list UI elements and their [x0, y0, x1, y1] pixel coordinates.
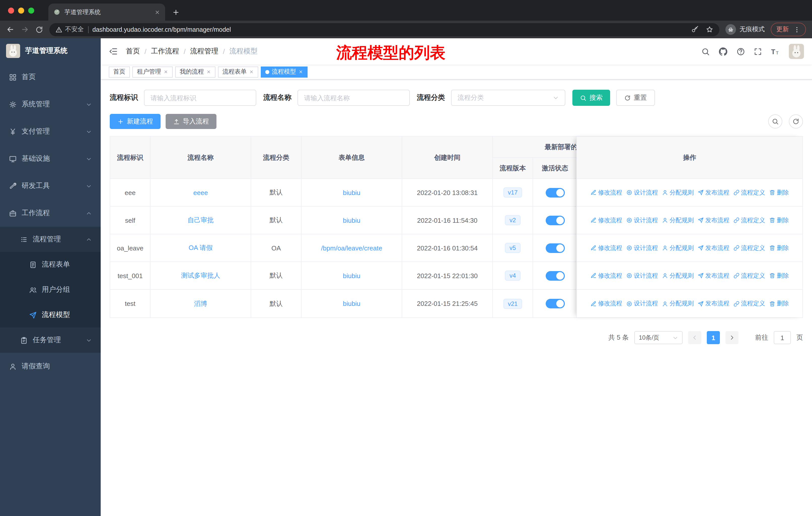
page-1-button[interactable]: 1	[707, 331, 720, 344]
breadcrumb-item[interactable]: 首页	[126, 47, 140, 56]
search-button[interactable]: 搜索	[572, 90, 610, 106]
toggle-search-button[interactable]	[768, 114, 782, 129]
action-流程定义[interactable]: 流程定义	[733, 271, 765, 280]
zoom-window-button[interactable]	[28, 7, 34, 13]
sidebar-item-研发工具[interactable]: 研发工具	[0, 172, 101, 199]
view-tag-流程模型[interactable]: 流程模型	[261, 66, 308, 77]
import-process-button[interactable]: 导入流程	[166, 114, 216, 129]
view-tag-租户管理[interactable]: 租户管理	[133, 66, 173, 77]
sidebar-item-流程表单[interactable]: 流程表单	[0, 252, 101, 277]
browser-tab[interactable]: 芋道管理系统	[48, 3, 165, 21]
process-name-input[interactable]	[297, 90, 410, 106]
form-info-link[interactable]: biubiu	[343, 216, 360, 224]
tab-close-icon[interactable]	[154, 9, 160, 15]
action-修改流程[interactable]: 修改流程	[590, 188, 622, 197]
action-流程定义[interactable]: 流程定义	[733, 188, 765, 197]
active-toggle[interactable]	[546, 299, 564, 308]
action-删除[interactable]: 删除	[769, 188, 789, 197]
goto-page-input[interactable]	[774, 331, 791, 344]
action-分配规则[interactable]: 分配规则	[662, 244, 694, 252]
close-icon[interactable]	[249, 70, 254, 74]
form-info-link[interactable]: biubiu	[343, 272, 360, 279]
category-select[interactable]: 流程分类	[451, 90, 565, 106]
active-toggle[interactable]	[546, 215, 564, 225]
help-icon[interactable]	[736, 47, 745, 56]
security-indicator[interactable]: 不安全	[55, 25, 84, 34]
header-search-icon[interactable]	[701, 47, 710, 56]
action-流程定义[interactable]: 流程定义	[733, 216, 765, 224]
sidebar-item-用户分组[interactable]: 用户分组	[0, 277, 101, 302]
sidebar-item-请假查询[interactable]: 请假查询	[0, 353, 101, 380]
action-修改流程[interactable]: 修改流程	[590, 271, 622, 280]
sidebar-item-支付管理[interactable]: 支付管理	[0, 118, 101, 145]
action-修改流程[interactable]: 修改流程	[590, 299, 622, 308]
action-发布流程[interactable]: 发布流程	[698, 271, 729, 280]
action-删除[interactable]: 删除	[769, 244, 789, 252]
close-icon[interactable]	[164, 70, 168, 74]
sidebar-item-工作流程[interactable]: 工作流程	[0, 199, 101, 227]
process-name-link[interactable]: OA 请假	[188, 243, 212, 252]
action-设计流程[interactable]: 设计流程	[626, 216, 658, 224]
action-发布流程[interactable]: 发布流程	[698, 299, 729, 308]
action-修改流程[interactable]: 修改流程	[590, 244, 622, 252]
bookmark-star-icon[interactable]	[706, 26, 713, 33]
active-toggle[interactable]	[546, 188, 564, 197]
prev-page-button[interactable]	[688, 331, 701, 344]
sidebar-item-系统管理[interactable]: 系统管理	[0, 91, 101, 118]
fullscreen-icon[interactable]	[754, 47, 762, 56]
reset-button[interactable]: 重置	[616, 90, 655, 106]
font-size-icon[interactable]: TT	[771, 47, 780, 56]
action-删除[interactable]: 删除	[769, 216, 789, 224]
update-button[interactable]: 更新	[771, 23, 806, 36]
action-修改流程[interactable]: 修改流程	[590, 216, 622, 224]
active-toggle[interactable]	[546, 271, 564, 280]
breadcrumb-item[interactable]: 工作流程	[151, 47, 179, 56]
process-id-input[interactable]	[144, 90, 256, 106]
action-发布流程[interactable]: 发布流程	[698, 188, 729, 197]
action-设计流程[interactable]: 设计流程	[626, 299, 658, 308]
sidebar-item-任务管理[interactable]: 任务管理	[0, 328, 101, 353]
sidebar-item-首页[interactable]: 首页	[0, 63, 101, 91]
view-tag-流程表单[interactable]: 流程表单	[218, 66, 258, 77]
action-分配规则[interactable]: 分配规则	[662, 216, 694, 224]
action-设计流程[interactable]: 设计流程	[626, 244, 658, 252]
sidebar-item-流程模型[interactable]: 流程模型	[0, 302, 101, 328]
view-tag-首页[interactable]: 首页	[109, 66, 130, 77]
password-key-icon[interactable]	[691, 26, 699, 33]
back-button[interactable]	[6, 25, 14, 34]
action-设计流程[interactable]: 设计流程	[626, 188, 658, 197]
action-删除[interactable]: 删除	[769, 271, 789, 280]
action-发布流程[interactable]: 发布流程	[698, 216, 729, 224]
page-size-select[interactable]: 10条/页	[634, 331, 683, 344]
action-发布流程[interactable]: 发布流程	[698, 244, 729, 252]
action-分配规则[interactable]: 分配规则	[662, 271, 694, 280]
process-name-link[interactable]: 滔博	[194, 299, 207, 308]
new-tab-button[interactable]	[172, 8, 180, 16]
github-icon[interactable]	[718, 47, 728, 56]
action-删除[interactable]: 删除	[769, 299, 789, 308]
user-avatar[interactable]	[789, 44, 804, 59]
sidebar-item-流程管理[interactable]: 流程管理	[0, 227, 101, 252]
process-name-link[interactable]: 自己审批	[187, 216, 214, 225]
process-name-link[interactable]: 测试多审批人	[181, 271, 220, 280]
next-page-button[interactable]	[725, 331, 738, 344]
address-bar[interactable]: 不安全 dashboard.yudao.iocoder.cn/bpm/manag…	[49, 23, 719, 36]
process-name-link[interactable]: eeee	[193, 189, 208, 196]
action-分配规则[interactable]: 分配规则	[662, 188, 694, 197]
sidebar-toggle-icon[interactable]	[109, 47, 118, 56]
action-流程定义[interactable]: 流程定义	[733, 244, 765, 252]
sidebar-item-基础设施[interactable]: 基础设施	[0, 145, 101, 172]
close-icon[interactable]	[206, 70, 211, 74]
browser-menu-icon[interactable]	[793, 26, 801, 33]
forward-button[interactable]	[21, 25, 29, 34]
reload-button[interactable]	[35, 25, 43, 33]
action-流程定义[interactable]: 流程定义	[733, 299, 765, 308]
minimize-window-button[interactable]	[18, 7, 24, 13]
close-icon[interactable]	[298, 70, 303, 74]
form-info-link[interactable]: biubiu	[343, 300, 360, 307]
view-tag-我的流程[interactable]: 我的流程	[175, 66, 215, 77]
action-分配规则[interactable]: 分配规则	[662, 299, 694, 308]
close-window-button[interactable]	[8, 7, 14, 13]
form-info-link[interactable]: biubiu	[343, 189, 360, 196]
breadcrumb-item[interactable]: 流程管理	[190, 47, 219, 56]
